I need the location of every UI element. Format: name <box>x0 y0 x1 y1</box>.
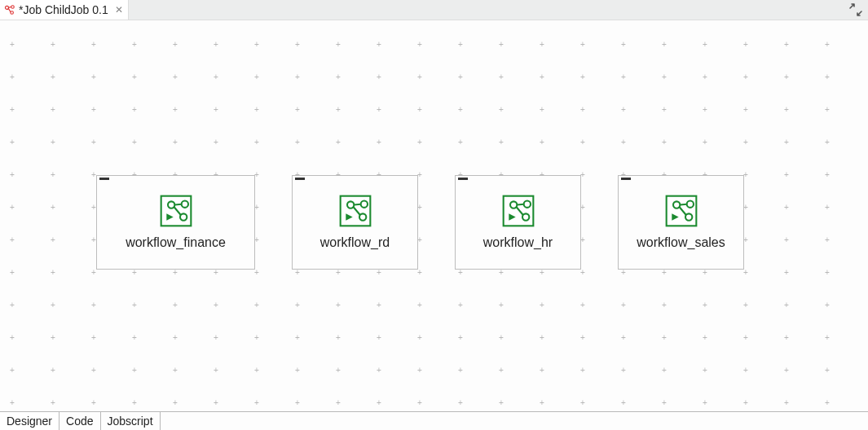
tab-code[interactable]: Code <box>59 412 100 430</box>
svg-line-4 <box>8 8 11 11</box>
editor-tab-title: *Job ChildJob 0.1 <box>19 3 108 16</box>
svg-line-31 <box>680 204 686 205</box>
node-content: workflow_rd <box>293 176 417 269</box>
svg-point-1 <box>11 6 15 9</box>
node-content: workflow_sales <box>619 176 743 269</box>
svg-line-17 <box>354 204 360 205</box>
node-label: workflow_hr <box>483 235 553 250</box>
node-content: workflow_finance <box>97 176 254 269</box>
editor-tab-active[interactable]: *Job ChildJob 0.1 ✕ <box>0 0 129 20</box>
node-workflow-hr[interactable]: workflow_hr <box>455 175 581 270</box>
node-content: workflow_hr <box>456 176 580 269</box>
tab-designer[interactable]: Designer <box>0 412 59 430</box>
node-workflow-rd[interactable]: workflow_rd <box>292 175 418 270</box>
restore-window-icon[interactable] <box>848 2 863 17</box>
drag-handle-icon[interactable] <box>99 178 109 180</box>
node-workflow-sales[interactable]: workflow_sales <box>618 175 744 270</box>
job-designer-canvas[interactable]: ++++++++++++++++++++++++++++++++++++++++… <box>0 20 868 411</box>
workflow-icon <box>339 195 372 227</box>
workflow-icon <box>160 195 192 227</box>
node-label: workflow_sales <box>637 235 725 250</box>
close-icon[interactable]: ✕ <box>115 5 123 15</box>
svg-line-10 <box>174 204 181 205</box>
workflow-icon <box>502 195 535 227</box>
node-label: workflow_rd <box>320 235 390 250</box>
svg-line-24 <box>517 204 523 205</box>
drag-handle-icon[interactable] <box>458 178 468 180</box>
tab-jobscript[interactable]: Jobscript <box>101 412 161 430</box>
drag-handle-icon[interactable] <box>295 178 305 180</box>
node-label: workflow_finance <box>126 235 226 250</box>
drag-handle-icon[interactable] <box>621 178 631 180</box>
editor-tab-bar: *Job ChildJob 0.1 ✕ <box>0 0 868 20</box>
node-workflow-finance[interactable]: workflow_finance <box>96 175 255 270</box>
view-tab-bar: Designer Code Jobscript <box>0 411 868 430</box>
workflow-tab-icon <box>4 4 15 15</box>
workflow-icon <box>665 195 698 227</box>
svg-point-2 <box>11 11 14 15</box>
